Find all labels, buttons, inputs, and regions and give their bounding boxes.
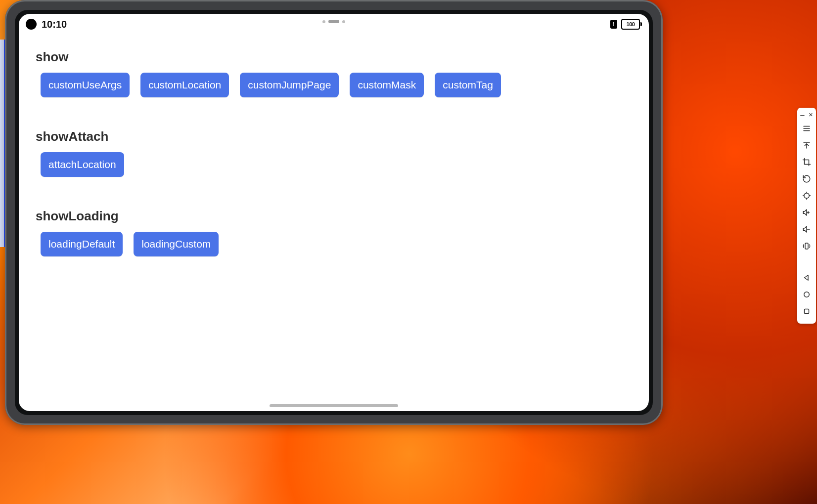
tablet-screen: 10:10 ! 100 bbox=[19, 14, 649, 411]
crop-icon bbox=[802, 158, 811, 167]
status-bar-left: 10:10 bbox=[26, 19, 67, 30]
svg-marker-13 bbox=[803, 226, 807, 232]
home-indicator[interactable] bbox=[270, 404, 398, 407]
emulator-crop-button[interactable] bbox=[797, 154, 816, 170]
emulator-volume-down-button[interactable] bbox=[797, 221, 816, 238]
camera-dot-icon bbox=[26, 19, 37, 30]
circle-icon bbox=[802, 290, 811, 299]
square-icon bbox=[802, 307, 811, 316]
battery-tip-icon bbox=[640, 22, 642, 26]
rotate-ccw-icon bbox=[802, 174, 811, 183]
emulator-back-button[interactable] bbox=[797, 269, 816, 286]
notch-dot-icon bbox=[322, 20, 325, 23]
svg-point-5 bbox=[804, 193, 810, 199]
upload-icon bbox=[802, 141, 811, 150]
custom-tag-button[interactable]: customTag bbox=[435, 73, 501, 97]
svg-marker-10 bbox=[803, 210, 807, 215]
battery-icon: 100 bbox=[621, 19, 640, 30]
section-title: showAttach bbox=[36, 129, 632, 144]
emulator-upload-button[interactable] bbox=[797, 137, 816, 154]
emulator-shake-button[interactable] bbox=[797, 238, 816, 254]
warning-icon: ! bbox=[610, 20, 617, 29]
menu-icon bbox=[802, 124, 811, 133]
custom-use-args-button[interactable]: customUseArgs bbox=[41, 73, 130, 97]
loading-custom-button[interactable]: loadingCustom bbox=[134, 232, 219, 256]
section-show: show customUseArgs customLocation custom… bbox=[36, 49, 632, 97]
battery-percent: 100 bbox=[627, 21, 635, 27]
emulator-volume-up-button[interactable] bbox=[797, 204, 816, 221]
volume-up-icon bbox=[802, 208, 811, 217]
svg-rect-15 bbox=[805, 243, 808, 249]
section-title: showLoading bbox=[36, 209, 632, 224]
status-bar: 10:10 ! 100 bbox=[19, 14, 649, 35]
battery-indicator: 100 bbox=[621, 19, 642, 30]
tablet-bezel: 10:10 ! 100 bbox=[15, 10, 653, 415]
emulator-minimize-button[interactable]: – bbox=[800, 111, 804, 118]
status-bar-right: ! 100 bbox=[610, 19, 642, 30]
app-content: show customUseArgs customLocation custom… bbox=[19, 35, 649, 411]
button-row: customUseArgs customLocation customJumpP… bbox=[36, 73, 632, 97]
section-title: show bbox=[36, 49, 632, 65]
emulator-toolbar: – × bbox=[797, 108, 816, 324]
section-show-loading: showLoading loadingDefault loadingCustom bbox=[36, 209, 632, 256]
svg-marker-16 bbox=[805, 275, 809, 281]
notch-pill-icon bbox=[328, 20, 339, 23]
custom-location-button[interactable]: customLocation bbox=[140, 73, 229, 97]
shake-icon bbox=[802, 242, 811, 251]
status-time: 10:10 bbox=[42, 19, 67, 30]
svg-point-17 bbox=[804, 292, 810, 297]
back-triangle-icon bbox=[802, 273, 811, 282]
button-row: loadingDefault loadingCustom bbox=[36, 232, 632, 256]
notch-dot-icon bbox=[342, 20, 345, 23]
emulator-location-button[interactable] bbox=[797, 187, 816, 204]
section-show-attach: showAttach attachLocation bbox=[36, 129, 632, 177]
button-row: attachLocation bbox=[36, 152, 632, 177]
background-window-sliver bbox=[0, 40, 5, 247]
custom-jump-page-button[interactable]: customJumpPage bbox=[240, 73, 339, 97]
emulator-close-button[interactable]: × bbox=[809, 111, 813, 118]
emulator-menu-button[interactable] bbox=[797, 120, 816, 137]
emulator-recents-button[interactable] bbox=[797, 303, 816, 320]
target-icon bbox=[802, 191, 811, 200]
loading-default-button[interactable]: loadingDefault bbox=[41, 232, 123, 256]
tablet-notch bbox=[322, 20, 345, 23]
volume-down-icon bbox=[802, 225, 811, 234]
attach-location-button[interactable]: attachLocation bbox=[41, 152, 124, 177]
tablet-device-frame: 10:10 ! 100 bbox=[5, 0, 663, 425]
svg-rect-18 bbox=[805, 309, 809, 314]
emulator-rotate-button[interactable] bbox=[797, 170, 816, 187]
emulator-home-button[interactable] bbox=[797, 286, 816, 303]
custom-mask-button[interactable]: customMask bbox=[350, 73, 424, 97]
